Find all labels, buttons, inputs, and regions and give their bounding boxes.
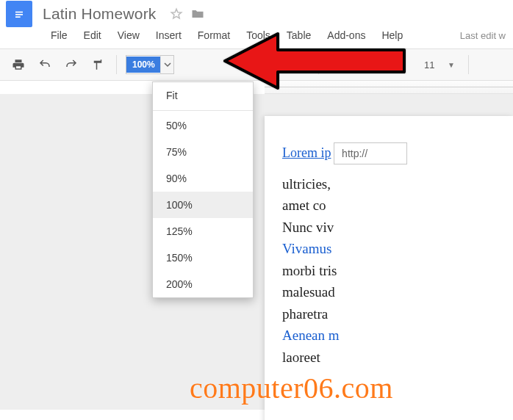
text-line: pharetra	[282, 306, 328, 322]
font-size-label: 11	[424, 59, 434, 70]
toolbar-separator	[318, 55, 319, 74]
font-select[interactable]: Arial ▼	[331, 55, 397, 74]
font-size-select[interactable]: 11 ▼	[417, 55, 461, 74]
zoom-option[interactable]: 125%	[153, 218, 253, 245]
paint-format-button[interactable]	[87, 54, 109, 76]
font-label: Arial	[338, 59, 357, 70]
toolbar-separator	[116, 55, 117, 74]
svg-rect-1	[15, 14, 23, 15]
ruler[interactable]	[265, 81, 513, 94]
zoom-select[interactable]: 100%	[126, 55, 174, 74]
zoom-option[interactable]: 100%	[153, 192, 253, 218]
document-title[interactable]: Latin Homework	[43, 5, 157, 23]
star-icon[interactable]	[170, 7, 184, 21]
zoom-option[interactable]: 90%	[153, 165, 253, 192]
toolbar-separator	[404, 55, 405, 74]
text-line: Aenean m	[282, 327, 340, 343]
dropdown-divider	[153, 110, 253, 111]
toolbar-separator	[468, 55, 469, 74]
zoom-option[interactable]: 75%	[153, 139, 253, 165]
text-line: morbi tris	[282, 263, 337, 278]
menu-help[interactable]: Help	[373, 26, 411, 44]
menu-format[interactable]: Format	[190, 26, 238, 44]
undo-button[interactable]	[34, 54, 56, 76]
document-body[interactable]: ultricies, amet co Nunc viv Vivamus morb…	[282, 173, 495, 368]
url-input[interactable]: http://	[334, 142, 407, 164]
menu-edit[interactable]: Edit	[76, 26, 110, 44]
chevron-down-icon: ▼	[384, 61, 391, 69]
svg-marker-3	[171, 9, 182, 18]
menu-tools[interactable]: Tools	[238, 26, 279, 44]
menu-view[interactable]: View	[110, 26, 148, 44]
text-line: Nunc viv	[282, 220, 334, 235]
chevron-down-icon: ▼	[298, 61, 305, 69]
text-line: laoreet	[282, 350, 320, 365]
menubar: File Edit View Insert Format Tools Table…	[0, 26, 513, 48]
zoom-value[interactable]: 100%	[126, 57, 160, 73]
folder-icon[interactable]	[190, 7, 205, 21]
docs-app-icon[interactable]	[6, 1, 32, 27]
zoom-option-fit[interactable]: Fit	[153, 82, 253, 109]
watermark-text: computer06.com	[190, 371, 393, 405]
chevron-down-icon[interactable]	[160, 56, 173, 73]
zoom-option[interactable]: 50%	[153, 112, 253, 139]
menu-insert[interactable]: Insert	[148, 26, 190, 44]
svg-rect-2	[15, 16, 21, 18]
text-line: amet co	[282, 198, 326, 213]
text-line: malesuad	[282, 284, 335, 300]
toolbar: 100% text ▼ Arial ▼ 11 ▼	[0, 48, 513, 81]
hyperlink-text[interactable]: Lorem ip	[282, 145, 331, 160]
text-line: Vivamus	[282, 241, 331, 256]
text-line: ultricies,	[282, 176, 331, 192]
paragraph-style-select[interactable]: text ▼	[230, 55, 311, 74]
menu-addons[interactable]: Add-ons	[319, 26, 373, 44]
svg-rect-0	[15, 12, 23, 13]
menu-file[interactable]: File	[43, 26, 76, 44]
zoom-dropdown: Fit 50% 75% 90% 100% 125% 150% 200%	[152, 82, 254, 298]
last-edit-label[interactable]: Last edit w	[460, 30, 507, 41]
chevron-down-icon: ▼	[448, 61, 455, 69]
redo-button[interactable]	[60, 54, 82, 76]
workspace: Lorem ip http:// ultricies, amet co Nunc…	[0, 94, 513, 410]
zoom-option[interactable]: 150%	[153, 245, 253, 271]
zoom-option[interactable]: 200%	[153, 271, 253, 297]
menu-table[interactable]: Table	[279, 26, 319, 44]
print-button[interactable]	[7, 54, 29, 76]
paragraph-style-label: text	[237, 59, 253, 70]
